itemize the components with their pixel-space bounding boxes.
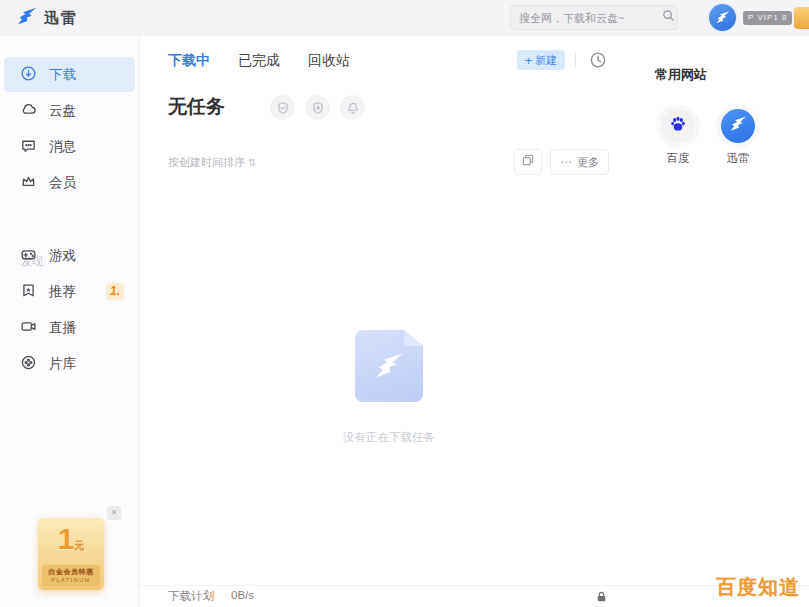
sidebar-item-games[interactable]: 游戏 bbox=[4, 238, 135, 273]
sidebar-item-label: 游戏 bbox=[49, 247, 76, 265]
xunlei-logo-icon bbox=[16, 6, 37, 31]
promo-unit: 元 bbox=[74, 540, 84, 551]
vip-recharge-button[interactable] bbox=[794, 7, 809, 29]
shield-download-icon[interactable] bbox=[305, 95, 330, 120]
search-input[interactable] bbox=[519, 12, 661, 24]
footer-divider bbox=[140, 585, 809, 586]
sidebar-item-label: 云盘 bbox=[49, 102, 76, 120]
more-label: 更多 bbox=[577, 155, 599, 170]
video-camera-icon bbox=[20, 318, 37, 338]
xunlei-bird-watermark-icon bbox=[374, 351, 404, 385]
sidebar-item-label: 推荐 bbox=[49, 283, 76, 301]
sidebar-item-download[interactable]: 下载 bbox=[4, 57, 135, 92]
tab-downloading[interactable]: 下载中 bbox=[168, 52, 210, 70]
sidebar-item-member[interactable]: 会员 bbox=[4, 165, 135, 200]
site-shortcut-xunlei[interactable] bbox=[721, 109, 755, 143]
file-fold-corner bbox=[404, 330, 423, 346]
view-mode-button[interactable] bbox=[514, 149, 542, 175]
message-icon bbox=[20, 137, 37, 157]
app-title: 迅雷 bbox=[44, 9, 78, 28]
brand: 迅雷 bbox=[16, 7, 78, 29]
search-box[interactable] bbox=[510, 5, 678, 30]
sort-control[interactable]: 按创建时间排序 ⇅ bbox=[168, 155, 256, 170]
common-sites-title: 常用网站 bbox=[655, 66, 707, 84]
bell-icon[interactable] bbox=[340, 95, 365, 120]
bookmark-star-icon bbox=[20, 282, 37, 302]
empty-title: 无任务 bbox=[168, 94, 225, 120]
sort-label-text: 按创建时间排序 bbox=[168, 155, 245, 170]
vip-level-badge[interactable]: P VIP1 8 bbox=[743, 11, 792, 25]
search-icon[interactable] bbox=[661, 8, 676, 27]
gamepad-icon bbox=[20, 246, 37, 266]
more-button[interactable]: ⋯ 更多 bbox=[550, 149, 609, 175]
download-speed-value: 0B/s bbox=[231, 589, 254, 601]
sidebar-item-live[interactable]: 直播 bbox=[4, 310, 135, 345]
promo-line1: 白金会员特惠 bbox=[42, 567, 100, 577]
cloud-icon bbox=[20, 101, 37, 121]
lock-icon[interactable] bbox=[595, 590, 608, 607]
xunlei-bird-icon bbox=[729, 115, 747, 137]
cards-icon bbox=[521, 153, 535, 171]
vip-promo-banner[interactable]: 1元 白金会员特惠 PLATINUM bbox=[38, 518, 104, 590]
sidebar-item-label: 消息 bbox=[49, 138, 76, 156]
sidebar-item-cloud[interactable]: 云盘 bbox=[4, 93, 135, 128]
sort-icon: ⇅ bbox=[248, 157, 256, 168]
site-shortcut-baidu[interactable] bbox=[661, 109, 695, 143]
sidebar-item-label: 直播 bbox=[49, 319, 76, 337]
history-icon[interactable] bbox=[588, 50, 608, 70]
tab-completed[interactable]: 已完成 bbox=[238, 52, 280, 70]
new-task-button[interactable]: + 新建 bbox=[517, 50, 565, 70]
sidebar-item-messages[interactable]: 消息 bbox=[4, 129, 135, 164]
sidebar-item-recommend[interactable]: 推荐 bbox=[4, 274, 135, 309]
download-plan-label[interactable]: 下载计划 bbox=[168, 589, 214, 604]
sidebar-item-label: 会员 bbox=[49, 174, 76, 192]
promo-price: 1 bbox=[58, 522, 75, 555]
crown-icon bbox=[20, 173, 37, 193]
promo-close-icon[interactable]: ✕ bbox=[107, 506, 121, 520]
promo-price-row: 1元 bbox=[38, 524, 104, 554]
empty-hint-text: 没有正在下载任务 bbox=[319, 430, 459, 445]
sidebar-item-label: 下载 bbox=[49, 66, 76, 84]
avatar[interactable] bbox=[709, 4, 736, 31]
film-reel-icon bbox=[20, 354, 37, 374]
plus-icon: + bbox=[525, 55, 533, 66]
baidu-zhidao-watermark: 百度知道 bbox=[716, 574, 800, 601]
empty-file-icon bbox=[355, 330, 423, 402]
divider bbox=[575, 53, 576, 67]
new-task-label: 新建 bbox=[535, 53, 557, 68]
promo-line2: PLATINUM bbox=[42, 577, 100, 583]
baidu-paw-icon bbox=[668, 114, 688, 138]
topbar: 迅雷 P VIP1 8 bbox=[0, 0, 809, 36]
site-label-xunlei[interactable]: 迅雷 bbox=[721, 151, 755, 166]
promo-text-band: 白金会员特惠 PLATINUM bbox=[42, 565, 100, 586]
sidebar-item-label: 片库 bbox=[49, 355, 76, 373]
download-icon bbox=[20, 65, 37, 85]
tab-recycle-bin[interactable]: 回收站 bbox=[308, 52, 350, 70]
more-dots-icon: ⋯ bbox=[560, 155, 573, 169]
shield-check-icon[interactable] bbox=[270, 95, 295, 120]
sidebar-item-library[interactable]: 片库 bbox=[4, 346, 135, 381]
app-window: 迅雷 P VIP1 8 下载 云盘 bbox=[0, 0, 809, 607]
site-label-baidu[interactable]: 百度 bbox=[661, 151, 695, 166]
